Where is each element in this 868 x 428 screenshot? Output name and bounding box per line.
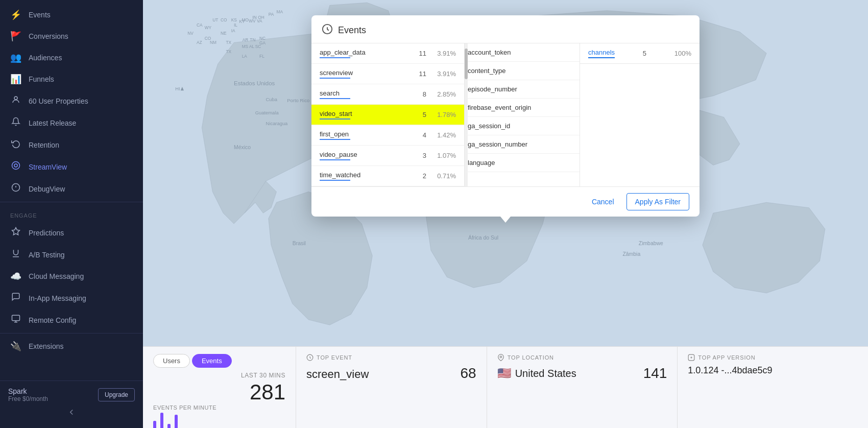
sidebar-label-audiences: Audiences <box>29 54 62 62</box>
abtesting-icon <box>10 249 21 260</box>
sidebar-item-abtesting[interactable]: A/B Testing <box>0 244 143 266</box>
sidebar-label-retention: Retention <box>29 141 59 149</box>
sidebar-item-extensions[interactable]: 🔌 Extensions <box>0 336 143 357</box>
sidebar-item-retention[interactable]: Retention <box>0 134 143 156</box>
event-pct: 1.78% <box>430 111 456 118</box>
sidebar-item-audiences[interactable]: 👥 Audiences <box>0 47 143 68</box>
sidebar-item-debugview[interactable]: DebugView <box>0 178 143 200</box>
sidebar-item-streamview[interactable]: StreamView <box>0 156 143 178</box>
event-name: app_clear_data <box>320 49 407 56</box>
sidebar-item-user-properties[interactable]: 60 User Properties <box>0 90 143 112</box>
event-row[interactable]: screenview 11 3.91% <box>311 64 464 84</box>
events-icon: ⚡ <box>10 9 21 20</box>
param-item[interactable]: account_token <box>468 43 580 62</box>
top-app-row: 1.0.124 -...4bdae5c9 <box>688 365 858 376</box>
sidebar-item-latest-release[interactable]: Latest Release <box>0 112 143 134</box>
event-row[interactable]: first_open 4 1.42% <box>311 125 464 146</box>
top-location-section: TOP LOCATION 🇺🇸 United States 141 <box>487 347 678 428</box>
sidebar-label-inapp-messaging: In-App Messaging <box>29 294 86 302</box>
event-row[interactable]: app_clear_data 11 3.91% <box>311 43 464 64</box>
svg-point-1 <box>12 162 20 170</box>
event-name: search <box>320 89 407 97</box>
top-event-icon <box>306 354 314 361</box>
event-row[interactable]: search 8 2.85% <box>311 84 464 105</box>
sidebar-label-debugview: DebugView <box>29 185 65 193</box>
svg-text:Cuba: Cuba <box>266 97 278 102</box>
sidebar-label-funnels: Funnels <box>29 75 54 83</box>
param-item[interactable]: firebase_event_origin <box>468 99 580 117</box>
sidebar-nav-top: ⚡ Events 🚩 Conversions 👥 Audiences 📊 Fun… <box>0 0 143 359</box>
sidebar-label-cloud-messaging: Cloud Messaging <box>29 272 84 280</box>
sidebar-item-events[interactable]: ⚡ Events <box>0 4 143 26</box>
sidebar-item-remote-config[interactable]: Remote Config <box>0 309 143 331</box>
svg-text:IL: IL <box>234 22 237 28</box>
svg-text:AZ: AZ <box>197 40 202 45</box>
us-flag: 🇺🇸 <box>497 367 511 380</box>
modal-body: app_clear_data 11 3.91% screenview 11 3.… <box>311 43 700 186</box>
main-content: Estados Unidos México Brasil Portugal Es… <box>143 0 868 428</box>
users-tab[interactable]: Users <box>153 354 190 368</box>
app-version-text: 1.0.124 -...4bdae5c9 <box>688 365 772 376</box>
event-underline <box>320 180 350 181</box>
collapse-sidebar-button[interactable] <box>8 402 135 422</box>
event-count: 4 <box>411 131 426 139</box>
sidebar-item-funnels[interactable]: 📊 Funnels <box>0 68 143 90</box>
event-pct: 1.42% <box>430 131 456 139</box>
bar-4 <box>175 415 178 428</box>
svg-text:NV: NV <box>187 31 194 36</box>
event-count: 2 <box>411 172 426 180</box>
svg-point-2 <box>14 164 17 167</box>
sidebar-label-latest-release: Latest Release <box>29 119 76 127</box>
events-modal: Events app_clear_data 11 3.91% screenvie… <box>311 15 700 217</box>
sidebar-item-predictions[interactable]: Predictions <box>0 222 143 244</box>
event-pct: 3.91% <box>430 50 456 57</box>
channel-pct: 100% <box>674 50 691 57</box>
svg-text:TX: TX <box>226 49 231 54</box>
event-row[interactable]: video_start 5 1.78% <box>311 105 464 125</box>
top-event-section: TOP EVENT screen_view 68 <box>296 347 487 428</box>
top-event-name: screen_view <box>306 368 369 381</box>
event-name: video_pause <box>320 151 407 158</box>
events-big-number: 281 <box>153 380 285 405</box>
event-pct: 2.85% <box>430 90 456 98</box>
event-underline <box>320 57 350 58</box>
param-item[interactable]: ga_session_number <box>468 135 580 154</box>
svg-text:HI: HI <box>175 86 180 91</box>
event-underline <box>320 139 350 140</box>
cancel-button[interactable]: Cancel <box>586 194 620 210</box>
sidebar-label-events: Events <box>29 11 51 19</box>
event-row[interactable]: time_watched 2 0.71% <box>311 166 464 186</box>
param-item[interactable]: episode_number <box>468 80 580 99</box>
tab-row: Users Events <box>153 354 285 368</box>
bar-1 <box>153 421 156 428</box>
modal-params-col: account_tokencontent_typeepisode_numberf… <box>468 43 580 186</box>
modal-events-icon <box>322 23 333 37</box>
top-event-label: TOP EVENT <box>317 354 352 361</box>
top-app-section: TOP APP VERSION 1.0.124 -...4bdae5c9 <box>678 347 868 428</box>
apply-as-filter-button[interactable]: Apply As Filter <box>626 193 689 210</box>
spark-info: Spark Free $0/month <box>8 387 48 402</box>
event-count: 11 <box>411 70 426 78</box>
svg-text:KY: KY <box>239 19 245 24</box>
channel-title: channels <box>588 49 615 58</box>
sidebar-item-cloud-messaging[interactable]: ☁️ Cloud Messaging <box>0 266 143 287</box>
param-item[interactable]: content_type <box>468 62 580 80</box>
top-location-header: TOP LOCATION <box>497 354 667 361</box>
svg-text:Zâmbia: Zâmbia <box>622 251 640 257</box>
sidebar-item-conversions[interactable]: 🚩 Conversions <box>0 26 143 47</box>
svg-text:FL: FL <box>259 54 264 59</box>
sidebar-item-inapp-messaging[interactable]: In-App Messaging <box>0 287 143 309</box>
event-row[interactable]: video_pause 3 1.07% <box>311 146 464 166</box>
top-event-count: 68 <box>461 365 476 382</box>
sidebar-footer: Spark Free $0/month Upgrade <box>0 381 143 428</box>
conversions-icon: 🚩 <box>10 31 21 42</box>
upgrade-button[interactable]: Upgrade <box>98 388 135 401</box>
events-tab[interactable]: Events <box>192 354 232 368</box>
param-item[interactable]: ga_session_id <box>468 117 580 135</box>
modal-events-col: app_clear_data 11 3.91% screenview 11 3.… <box>311 43 465 186</box>
location-icon <box>497 354 504 361</box>
sidebar-label-conversions: Conversions <box>29 32 68 40</box>
param-item[interactable]: language <box>468 154 580 172</box>
app-version-icon <box>688 354 695 361</box>
svg-text:UT: UT <box>212 17 218 22</box>
